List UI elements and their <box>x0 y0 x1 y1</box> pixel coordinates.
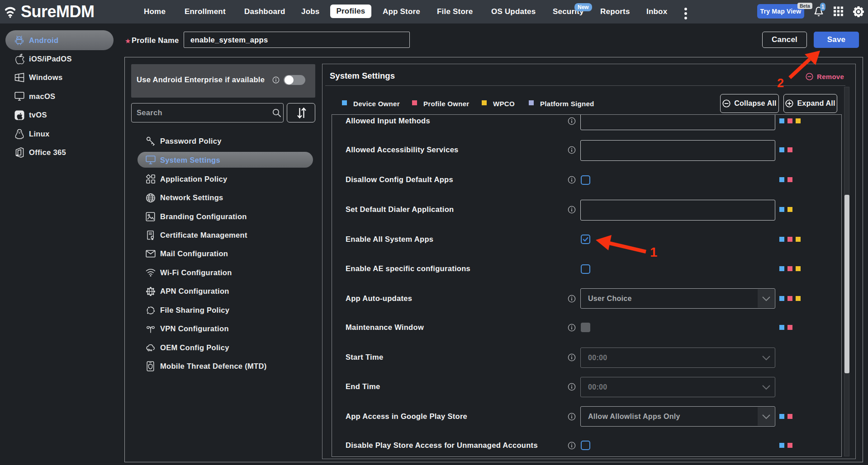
svg-text:2: 2 <box>777 76 784 90</box>
svg-text:1: 1 <box>650 245 657 259</box>
